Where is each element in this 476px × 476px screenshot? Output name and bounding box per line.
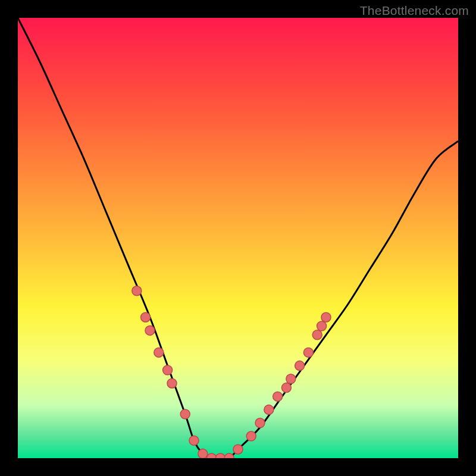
curve-marker (246, 431, 256, 441)
curve-marker (312, 330, 322, 340)
curve-marker (207, 453, 217, 458)
curve-marker (264, 405, 274, 415)
curve-marker (295, 361, 305, 371)
curve-marker (303, 347, 313, 357)
watermark-text: TheBottleneck.com (360, 4, 469, 18)
curve-marker (163, 365, 173, 375)
curve-marker (233, 444, 243, 454)
curve-marker (132, 286, 142, 296)
curve-markers (132, 286, 331, 458)
curve-marker (198, 449, 208, 458)
curve-marker (215, 453, 225, 458)
bottleneck-curve (18, 18, 458, 458)
curve-marker (141, 312, 151, 322)
curve-marker (255, 418, 265, 428)
curve-marker (145, 325, 155, 335)
chart-plot-area (18, 18, 458, 458)
curve-marker (321, 312, 331, 322)
curve-marker (180, 409, 190, 419)
curve-marker (167, 378, 177, 388)
curve-marker (154, 347, 164, 357)
curve-marker (189, 436, 199, 445)
curve-marker (286, 374, 296, 384)
curve-marker (273, 392, 283, 401)
curve-marker (317, 321, 327, 331)
curve-marker (281, 383, 291, 393)
outer-frame: TheBottleneck.com (0, 0, 476, 476)
chart-svg (18, 18, 458, 458)
